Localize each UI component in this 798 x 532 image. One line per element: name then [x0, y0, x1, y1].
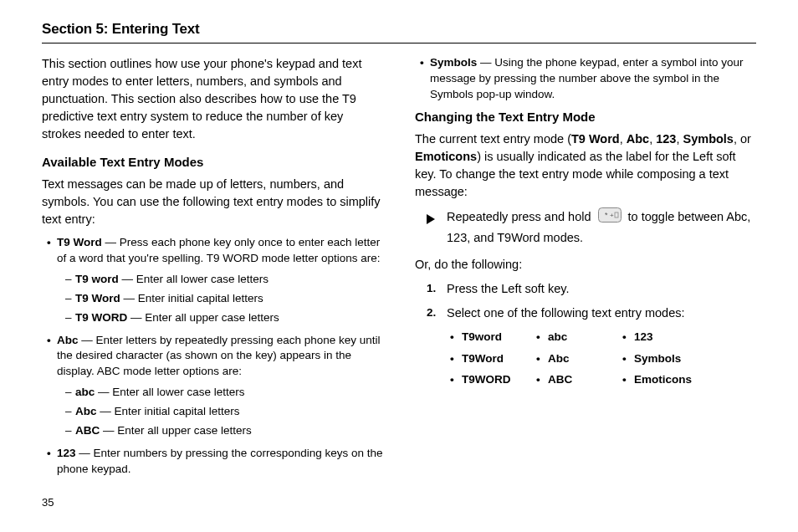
svg-marker-0	[427, 214, 435, 224]
modes-list-continued: Symbols — Using the phone keypad, enter …	[420, 55, 756, 103]
mode-desc: — Using the phone keypad, enter a symbol…	[430, 56, 743, 100]
mode-option: ABC	[536, 371, 606, 388]
changing-mode-lead: The current text entry mode (T9 Word, Ab…	[415, 130, 756, 201]
mode-option: T9Word	[450, 350, 519, 367]
mode-option: Abc	[536, 350, 606, 367]
svg-text:+: +	[610, 212, 614, 219]
abc-sublist: abc — Enter all lower case letters Abc —…	[65, 385, 383, 439]
intro-paragraph: This section outlines how use your phone…	[42, 55, 383, 143]
abc-sub-item: ABC — Enter all upper case letters	[65, 423, 383, 439]
mode-option: T9word	[450, 329, 519, 345]
mode-desc: — Press each phone key only once to ente…	[57, 236, 381, 264]
mode-option: 123	[622, 329, 692, 345]
section-title: Section 5: Entering Text	[42, 21, 756, 38]
t9-sublist: T9 word — Enter all lower case letters T…	[65, 272, 383, 326]
step-2: 2. Select one of the following text entr…	[427, 304, 756, 388]
mode-label: Abc	[57, 334, 79, 346]
play-arrow-icon	[427, 211, 435, 230]
mode-item-123: 123 — Enter numbers by pressing the corr…	[47, 446, 383, 478]
left-column: This section outlines how use your phone…	[42, 55, 383, 484]
t9-sub-item: T9 Word — Enter initial capital letters	[65, 291, 383, 307]
mode-item-abc: Abc — Enter letters by repeatedly pressi…	[47, 333, 383, 439]
svg-text:*: *	[605, 211, 608, 219]
numbered-steps: 1.Press the Left soft key. 2. Select one…	[427, 280, 756, 388]
section-divider	[42, 43, 756, 43]
star-key-icon: *+	[598, 207, 622, 228]
changing-mode-heading: Changing the Text Entry Mode	[415, 110, 756, 124]
t9-sub-item: T9 WORD — Enter all upper case letters	[65, 310, 383, 326]
right-column: Symbols — Using the phone keypad, enter …	[415, 55, 756, 484]
or-text: Or, do the following:	[415, 256, 756, 274]
modes-list: T9 Word — Press each phone key only once…	[47, 235, 383, 478]
mode-item-t9word: T9 Word — Press each phone key only once…	[47, 235, 383, 325]
mode-label: 123	[57, 447, 76, 459]
mode-label: Symbols	[430, 56, 477, 69]
mode-option: abc	[536, 329, 606, 345]
mode-desc: — Enter numbers by pressing the correspo…	[57, 447, 382, 475]
content-columns: This section outlines how use your phone…	[42, 55, 756, 484]
mode-option: T9WORD	[450, 371, 519, 388]
mode-item-symbols: Symbols — Using the phone keypad, enter …	[420, 55, 756, 103]
toggle-instruction: Repeatedly press and hold *+ to toggle b…	[427, 207, 756, 248]
t9-sub-item: T9 word — Enter all lower case letters	[65, 272, 383, 288]
page-number: 35	[42, 496, 756, 509]
mode-label: T9 Word	[57, 236, 102, 248]
step-1: 1.Press the Left soft key.	[427, 280, 756, 298]
mode-options-grid: T9word abc 123 T9Word Abc Symbols T9WORD…	[450, 329, 692, 388]
available-modes-lead: Text messages can be made up of letters,…	[42, 176, 383, 228]
abc-sub-item: Abc — Enter initial capital letters	[65, 404, 383, 420]
mode-option: Symbols	[622, 350, 692, 367]
mode-desc: — Enter letters by repeatedly pressing e…	[57, 334, 380, 378]
mode-option: Emoticons	[622, 371, 692, 388]
available-modes-heading: Available Text Entry Modes	[42, 155, 383, 169]
abc-sub-item: abc — Enter all lower case letters	[65, 385, 383, 401]
